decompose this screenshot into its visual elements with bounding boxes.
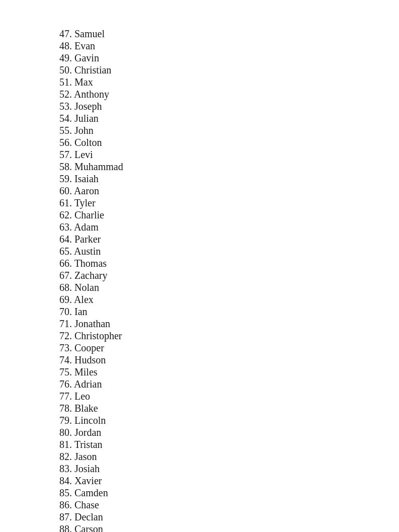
list-item: 50. Christian bbox=[59, 64, 399, 76]
list-item: 59. Isaiah bbox=[59, 173, 399, 185]
list-item: 63. Adam bbox=[59, 221, 399, 233]
list-item: 64. Parker bbox=[59, 233, 399, 245]
list-item: 68. Nolan bbox=[59, 281, 399, 293]
list-item: 55. John bbox=[59, 124, 399, 136]
list-item: 77. Leo bbox=[59, 390, 399, 402]
list-item: 86. Chase bbox=[59, 499, 399, 511]
list-item: 61. Tyler bbox=[59, 197, 399, 209]
list-item: 62. Charlie bbox=[59, 209, 399, 221]
list-item: 70. Ian bbox=[59, 306, 399, 318]
list-item: 51. Max bbox=[59, 76, 399, 88]
list-item: 60. Aaron bbox=[59, 185, 399, 197]
list-item: 73. Cooper bbox=[59, 342, 399, 354]
list-item: 83. Josiah bbox=[59, 463, 399, 475]
list-item: 47. Samuel bbox=[59, 28, 399, 40]
list-item: 53. Joseph bbox=[59, 100, 399, 112]
list-item: 69. Alex bbox=[59, 293, 399, 306]
list-item: 75. Miles bbox=[59, 366, 399, 378]
list-item: 80. Jordan bbox=[59, 426, 399, 438]
names-list: 47. Samuel48. Evan49. Gavin50. Christian… bbox=[59, 28, 399, 532]
list-item: 78. Blake bbox=[59, 402, 399, 414]
list-item: 85. Camden bbox=[59, 487, 399, 499]
list-item: 56. Colton bbox=[59, 136, 399, 148]
list-item: 82. Jason bbox=[59, 450, 399, 463]
list-item: 79. Lincoln bbox=[59, 414, 399, 426]
list-item: 88. Carson bbox=[59, 523, 399, 532]
list-item: 74. Hudson bbox=[59, 354, 399, 366]
list-item: 57. Levi bbox=[59, 148, 399, 161]
list-item: 48. Evan bbox=[59, 40, 399, 52]
list-item: 71. Jonathan bbox=[59, 318, 399, 330]
list-item: 49. Gavin bbox=[59, 52, 399, 64]
list-item: 66. Thomas bbox=[59, 257, 399, 269]
list-item: 65. Austin bbox=[59, 245, 399, 257]
list-item: 54. Julian bbox=[59, 112, 399, 124]
list-item: 72. Christopher bbox=[59, 330, 399, 342]
list-item: 84. Xavier bbox=[59, 475, 399, 487]
list-item: 52. Anthony bbox=[59, 88, 399, 100]
list-item: 58. Muhammad bbox=[59, 161, 399, 173]
list-item: 67. Zachary bbox=[59, 269, 399, 281]
list-item: 76. Adrian bbox=[59, 378, 399, 390]
list-item: 81. Tristan bbox=[59, 438, 399, 450]
list-item: 87. Declan bbox=[59, 511, 399, 523]
